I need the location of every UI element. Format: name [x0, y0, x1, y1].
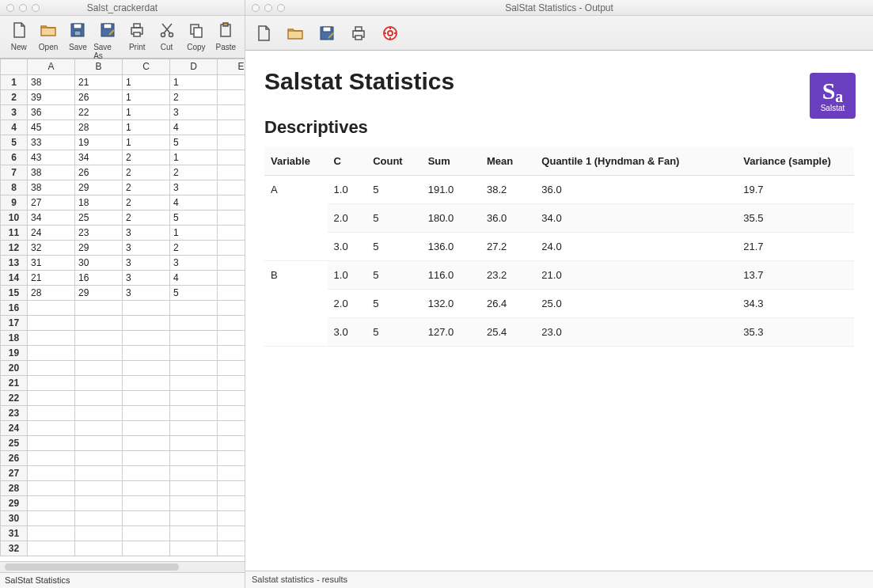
minimize-icon[interactable] — [19, 4, 27, 12]
paste-button[interactable]: Paste — [212, 19, 240, 51]
cell[interactable] — [218, 165, 245, 180]
cell[interactable] — [75, 465, 123, 480]
cell[interactable]: 2 — [123, 210, 170, 225]
cell[interactable] — [218, 541, 245, 556]
cell[interactable]: 28 — [28, 285, 75, 300]
cell[interactable]: 1 — [123, 104, 170, 119]
cell[interactable] — [123, 525, 170, 541]
print-button[interactable] — [345, 22, 372, 46]
zoom-icon[interactable] — [32, 4, 40, 12]
cell[interactable] — [28, 345, 75, 360]
col-header-B[interactable]: B — [75, 59, 123, 74]
cell[interactable] — [75, 435, 123, 450]
cell[interactable]: 3 — [123, 285, 170, 300]
data-grid[interactable]: ABCDE 1382111239261233622134452814533191… — [0, 59, 245, 556]
cell[interactable] — [218, 420, 245, 435]
new-button[interactable] — [250, 22, 277, 46]
cell[interactable] — [170, 375, 218, 390]
row-header[interactable]: 7 — [1, 165, 28, 180]
close-icon[interactable] — [252, 4, 260, 12]
cell[interactable] — [123, 390, 170, 405]
cell[interactable] — [218, 375, 245, 390]
cell[interactable] — [75, 525, 123, 541]
cell[interactable] — [170, 480, 218, 495]
row-header[interactable]: 8 — [1, 180, 28, 195]
cell[interactable] — [170, 525, 218, 541]
cell[interactable] — [75, 390, 123, 405]
cell[interactable] — [28, 375, 75, 390]
cell[interactable] — [28, 435, 75, 450]
cell[interactable] — [123, 541, 170, 556]
cell[interactable]: 27 — [28, 195, 75, 210]
cell[interactable] — [218, 180, 245, 195]
cell[interactable] — [123, 360, 170, 375]
row-header[interactable]: 27 — [1, 465, 28, 480]
cell[interactable]: 4 — [170, 119, 218, 135]
cell[interactable] — [218, 495, 245, 510]
cell[interactable] — [218, 135, 245, 150]
cell[interactable]: 38 — [28, 165, 75, 180]
cell[interactable] — [75, 345, 123, 360]
cell[interactable]: 21 — [28, 270, 75, 285]
cell[interactable] — [170, 405, 218, 420]
cell[interactable]: 29 — [75, 180, 123, 195]
cell[interactable]: 1 — [170, 225, 218, 240]
cell[interactable]: 25 — [75, 210, 123, 225]
cell[interactable]: 2 — [170, 240, 218, 255]
cell[interactable] — [123, 435, 170, 450]
save-button[interactable]: Save — [64, 19, 92, 51]
cell[interactable] — [170, 300, 218, 315]
cell[interactable]: 2 — [170, 165, 218, 180]
cell[interactable] — [170, 360, 218, 375]
cell[interactable] — [218, 119, 245, 135]
cell[interactable]: 23 — [75, 225, 123, 240]
cell[interactable]: 29 — [75, 240, 123, 255]
scroll-thumb[interactable] — [5, 563, 179, 571]
cell[interactable]: 36 — [28, 104, 75, 119]
cell[interactable] — [75, 375, 123, 390]
cell[interactable]: 1 — [123, 74, 170, 89]
cell[interactable]: 45 — [28, 119, 75, 135]
saveas-button[interactable] — [313, 22, 340, 46]
cell[interactable]: 21 — [75, 74, 123, 89]
cell[interactable] — [170, 345, 218, 360]
cell[interactable] — [28, 480, 75, 495]
cell[interactable] — [218, 330, 245, 345]
cell[interactable]: 34 — [28, 210, 75, 225]
col-header-A[interactable]: A — [28, 59, 75, 74]
cell[interactable] — [218, 104, 245, 119]
cell[interactable] — [218, 89, 245, 104]
cell[interactable] — [218, 300, 245, 315]
cell[interactable]: 38 — [28, 74, 75, 89]
cell[interactable] — [170, 450, 218, 465]
print-button[interactable]: Print — [123, 19, 151, 51]
cell[interactable] — [28, 420, 75, 435]
cell[interactable]: 2 — [123, 195, 170, 210]
row-header[interactable]: 25 — [1, 435, 28, 450]
cell[interactable] — [218, 510, 245, 525]
cell[interactable] — [75, 480, 123, 495]
row-header[interactable]: 1 — [1, 74, 28, 89]
spreadsheet[interactable]: ABCDE 1382111239261233622134452814533191… — [0, 59, 245, 561]
cell[interactable] — [123, 345, 170, 360]
cell[interactable] — [28, 510, 75, 525]
cell[interactable]: 43 — [28, 150, 75, 165]
col-header-D[interactable]: D — [170, 59, 218, 74]
cell[interactable] — [218, 255, 245, 270]
cell[interactable] — [218, 345, 245, 360]
row-header[interactable]: 11 — [1, 225, 28, 240]
open-button[interactable] — [282, 22, 309, 46]
cell[interactable] — [218, 74, 245, 89]
cell[interactable]: 28 — [75, 119, 123, 135]
cell[interactable] — [75, 541, 123, 556]
cell[interactable] — [28, 525, 75, 541]
cell[interactable]: 5 — [170, 285, 218, 300]
close-icon[interactable] — [6, 4, 14, 12]
cell[interactable]: 3 — [123, 240, 170, 255]
cell[interactable] — [123, 315, 170, 330]
cell[interactable] — [218, 480, 245, 495]
cell[interactable] — [75, 510, 123, 525]
cell[interactable] — [218, 225, 245, 240]
cell[interactable] — [218, 195, 245, 210]
cell[interactable]: 3 — [123, 255, 170, 270]
